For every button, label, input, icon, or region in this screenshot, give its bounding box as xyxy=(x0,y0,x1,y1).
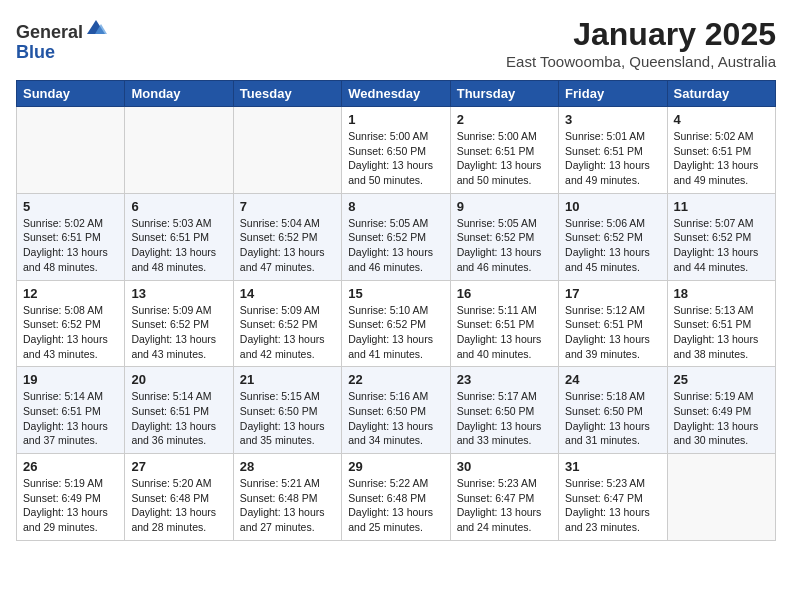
cell-info: Sunrise: 5:02 AM Sunset: 6:51 PM Dayligh… xyxy=(23,216,118,275)
calendar-cell: 22Sunrise: 5:16 AM Sunset: 6:50 PM Dayli… xyxy=(342,367,450,454)
cell-info: Sunrise: 5:17 AM Sunset: 6:50 PM Dayligh… xyxy=(457,389,552,448)
cell-info: Sunrise: 5:06 AM Sunset: 6:52 PM Dayligh… xyxy=(565,216,660,275)
calendar-cell: 11Sunrise: 5:07 AM Sunset: 6:52 PM Dayli… xyxy=(667,193,775,280)
day-number: 13 xyxy=(131,286,226,301)
day-number: 16 xyxy=(457,286,552,301)
logo: General Blue xyxy=(16,16,107,63)
day-number: 15 xyxy=(348,286,443,301)
cell-info: Sunrise: 5:16 AM Sunset: 6:50 PM Dayligh… xyxy=(348,389,443,448)
day-number: 29 xyxy=(348,459,443,474)
calendar-cell: 17Sunrise: 5:12 AM Sunset: 6:51 PM Dayli… xyxy=(559,280,667,367)
cell-info: Sunrise: 5:11 AM Sunset: 6:51 PM Dayligh… xyxy=(457,303,552,362)
cell-info: Sunrise: 5:01 AM Sunset: 6:51 PM Dayligh… xyxy=(565,129,660,188)
calendar-cell: 27Sunrise: 5:20 AM Sunset: 6:48 PM Dayli… xyxy=(125,454,233,541)
page-subtitle: East Toowoomba, Queensland, Australia xyxy=(506,53,776,70)
day-number: 2 xyxy=(457,112,552,127)
day-number: 21 xyxy=(240,372,335,387)
day-number: 26 xyxy=(23,459,118,474)
calendar-cell: 12Sunrise: 5:08 AM Sunset: 6:52 PM Dayli… xyxy=(17,280,125,367)
page-title: January 2025 xyxy=(506,16,776,53)
day-number: 11 xyxy=(674,199,769,214)
calendar-cell: 13Sunrise: 5:09 AM Sunset: 6:52 PM Dayli… xyxy=(125,280,233,367)
logo-general-text: General xyxy=(16,22,83,42)
day-number: 7 xyxy=(240,199,335,214)
cell-info: Sunrise: 5:22 AM Sunset: 6:48 PM Dayligh… xyxy=(348,476,443,535)
calendar-cell: 21Sunrise: 5:15 AM Sunset: 6:50 PM Dayli… xyxy=(233,367,341,454)
calendar-cell xyxy=(17,107,125,194)
calendar-cell: 3Sunrise: 5:01 AM Sunset: 6:51 PM Daylig… xyxy=(559,107,667,194)
day-number: 24 xyxy=(565,372,660,387)
cell-info: Sunrise: 5:03 AM Sunset: 6:51 PM Dayligh… xyxy=(131,216,226,275)
cell-info: Sunrise: 5:21 AM Sunset: 6:48 PM Dayligh… xyxy=(240,476,335,535)
calendar-cell: 25Sunrise: 5:19 AM Sunset: 6:49 PM Dayli… xyxy=(667,367,775,454)
calendar-cell: 5Sunrise: 5:02 AM Sunset: 6:51 PM Daylig… xyxy=(17,193,125,280)
calendar-cell: 31Sunrise: 5:23 AM Sunset: 6:47 PM Dayli… xyxy=(559,454,667,541)
cell-info: Sunrise: 5:04 AM Sunset: 6:52 PM Dayligh… xyxy=(240,216,335,275)
day-number: 27 xyxy=(131,459,226,474)
calendar-cell: 8Sunrise: 5:05 AM Sunset: 6:52 PM Daylig… xyxy=(342,193,450,280)
calendar-cell: 4Sunrise: 5:02 AM Sunset: 6:51 PM Daylig… xyxy=(667,107,775,194)
title-block: January 2025 East Toowoomba, Queensland,… xyxy=(506,16,776,70)
cell-info: Sunrise: 5:13 AM Sunset: 6:51 PM Dayligh… xyxy=(674,303,769,362)
calendar-cell: 14Sunrise: 5:09 AM Sunset: 6:52 PM Dayli… xyxy=(233,280,341,367)
week-row-5: 26Sunrise: 5:19 AM Sunset: 6:49 PM Dayli… xyxy=(17,454,776,541)
calendar-cell xyxy=(667,454,775,541)
week-row-1: 1Sunrise: 5:00 AM Sunset: 6:50 PM Daylig… xyxy=(17,107,776,194)
cell-info: Sunrise: 5:19 AM Sunset: 6:49 PM Dayligh… xyxy=(674,389,769,448)
calendar-cell: 9Sunrise: 5:05 AM Sunset: 6:52 PM Daylig… xyxy=(450,193,558,280)
cell-info: Sunrise: 5:14 AM Sunset: 6:51 PM Dayligh… xyxy=(23,389,118,448)
weekday-header-saturday: Saturday xyxy=(667,81,775,107)
page-header: General Blue January 2025 East Toowoomba… xyxy=(16,16,776,70)
day-number: 3 xyxy=(565,112,660,127)
day-number: 4 xyxy=(674,112,769,127)
calendar-cell: 19Sunrise: 5:14 AM Sunset: 6:51 PM Dayli… xyxy=(17,367,125,454)
calendar-cell: 20Sunrise: 5:14 AM Sunset: 6:51 PM Dayli… xyxy=(125,367,233,454)
weekday-header-row: SundayMondayTuesdayWednesdayThursdayFrid… xyxy=(17,81,776,107)
day-number: 31 xyxy=(565,459,660,474)
calendar-cell xyxy=(125,107,233,194)
day-number: 12 xyxy=(23,286,118,301)
cell-info: Sunrise: 5:23 AM Sunset: 6:47 PM Dayligh… xyxy=(565,476,660,535)
cell-info: Sunrise: 5:12 AM Sunset: 6:51 PM Dayligh… xyxy=(565,303,660,362)
cell-info: Sunrise: 5:00 AM Sunset: 6:50 PM Dayligh… xyxy=(348,129,443,188)
day-number: 25 xyxy=(674,372,769,387)
cell-info: Sunrise: 5:15 AM Sunset: 6:50 PM Dayligh… xyxy=(240,389,335,448)
calendar-cell: 18Sunrise: 5:13 AM Sunset: 6:51 PM Dayli… xyxy=(667,280,775,367)
weekday-header-tuesday: Tuesday xyxy=(233,81,341,107)
calendar-cell: 2Sunrise: 5:00 AM Sunset: 6:51 PM Daylig… xyxy=(450,107,558,194)
day-number: 17 xyxy=(565,286,660,301)
cell-info: Sunrise: 5:02 AM Sunset: 6:51 PM Dayligh… xyxy=(674,129,769,188)
calendar-cell: 24Sunrise: 5:18 AM Sunset: 6:50 PM Dayli… xyxy=(559,367,667,454)
cell-info: Sunrise: 5:05 AM Sunset: 6:52 PM Dayligh… xyxy=(457,216,552,275)
week-row-2: 5Sunrise: 5:02 AM Sunset: 6:51 PM Daylig… xyxy=(17,193,776,280)
logo-blue-text: Blue xyxy=(16,42,55,62)
cell-info: Sunrise: 5:09 AM Sunset: 6:52 PM Dayligh… xyxy=(240,303,335,362)
calendar-cell: 7Sunrise: 5:04 AM Sunset: 6:52 PM Daylig… xyxy=(233,193,341,280)
weekday-header-monday: Monday xyxy=(125,81,233,107)
cell-info: Sunrise: 5:05 AM Sunset: 6:52 PM Dayligh… xyxy=(348,216,443,275)
weekday-header-thursday: Thursday xyxy=(450,81,558,107)
logo-icon xyxy=(85,16,107,38)
day-number: 30 xyxy=(457,459,552,474)
day-number: 20 xyxy=(131,372,226,387)
weekday-header-wednesday: Wednesday xyxy=(342,81,450,107)
cell-info: Sunrise: 5:20 AM Sunset: 6:48 PM Dayligh… xyxy=(131,476,226,535)
day-number: 23 xyxy=(457,372,552,387)
cell-info: Sunrise: 5:08 AM Sunset: 6:52 PM Dayligh… xyxy=(23,303,118,362)
calendar-cell xyxy=(233,107,341,194)
cell-info: Sunrise: 5:10 AM Sunset: 6:52 PM Dayligh… xyxy=(348,303,443,362)
day-number: 19 xyxy=(23,372,118,387)
day-number: 9 xyxy=(457,199,552,214)
calendar-cell: 29Sunrise: 5:22 AM Sunset: 6:48 PM Dayli… xyxy=(342,454,450,541)
cell-info: Sunrise: 5:19 AM Sunset: 6:49 PM Dayligh… xyxy=(23,476,118,535)
calendar-cell: 26Sunrise: 5:19 AM Sunset: 6:49 PM Dayli… xyxy=(17,454,125,541)
calendar-cell: 10Sunrise: 5:06 AM Sunset: 6:52 PM Dayli… xyxy=(559,193,667,280)
calendar-cell: 16Sunrise: 5:11 AM Sunset: 6:51 PM Dayli… xyxy=(450,280,558,367)
day-number: 22 xyxy=(348,372,443,387)
calendar-cell: 1Sunrise: 5:00 AM Sunset: 6:50 PM Daylig… xyxy=(342,107,450,194)
day-number: 5 xyxy=(23,199,118,214)
day-number: 28 xyxy=(240,459,335,474)
cell-info: Sunrise: 5:14 AM Sunset: 6:51 PM Dayligh… xyxy=(131,389,226,448)
day-number: 6 xyxy=(131,199,226,214)
weekday-header-friday: Friday xyxy=(559,81,667,107)
